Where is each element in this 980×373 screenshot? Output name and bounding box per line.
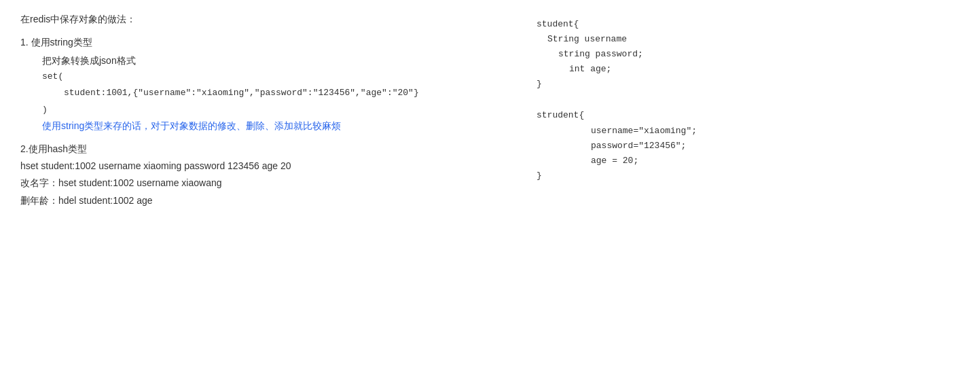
left-panel: 在redis中保存对象的做法： 1. 使用string类型 把对象转换成json…	[20, 14, 496, 359]
rb2-line-0: strudent{	[537, 108, 960, 123]
rb2-line-3: age = 20;	[537, 154, 960, 168]
code-student: student:1001,{"username":"xiaoming","pas…	[64, 86, 469, 101]
page-title: 在redis中保存对象的做法：	[20, 14, 469, 26]
rb2-line-4: }	[537, 168, 960, 183]
hset-line1: hset student:1002 username xiaoming pass…	[20, 158, 469, 175]
code-close: )	[42, 103, 469, 118]
warning-text: 使用string类型来存的话，对于对象数据的修改、删除、添加就比较麻烦	[42, 120, 469, 132]
rb2-line-1: username="xiaoming";	[537, 124, 960, 139]
section-2: 2.使用hash类型 hset student:1002 username xi…	[20, 143, 469, 209]
rb2-line-2: password="123456";	[537, 139, 960, 154]
rb1-line-4: }	[537, 77, 960, 92]
rb1-line-1: String username	[537, 32, 960, 47]
section-1: 1. 使用string类型 把对象转换成json格式 set( student:…	[20, 37, 469, 132]
right-block-2: strudent{ username="xiaoming"; password=…	[537, 108, 960, 183]
rb1-line-2: string password;	[537, 47, 960, 62]
hset-line2: 改名字：hset student:1002 username xiaowang	[20, 175, 469, 192]
right-block-1: student{ String username string password…	[537, 17, 960, 92]
json-desc: 把对象转换成json格式	[42, 53, 469, 68]
right-panel: student{ String username string password…	[496, 14, 960, 359]
hset-line3: 删年龄：hdel student:1002 age	[20, 193, 469, 209]
rb1-line-0: student{	[537, 17, 960, 32]
section-1-sub: 把对象转换成json格式 set( student:1001,{"usernam…	[42, 53, 469, 132]
main-container: 在redis中保存对象的做法： 1. 使用string类型 把对象转换成json…	[20, 14, 960, 359]
section-1-label: 1. 使用string类型	[20, 37, 469, 49]
section-2-title: 2.使用hash类型	[20, 143, 469, 156]
code-set: set(	[42, 69, 469, 84]
rb1-line-3: int age;	[537, 62, 960, 77]
